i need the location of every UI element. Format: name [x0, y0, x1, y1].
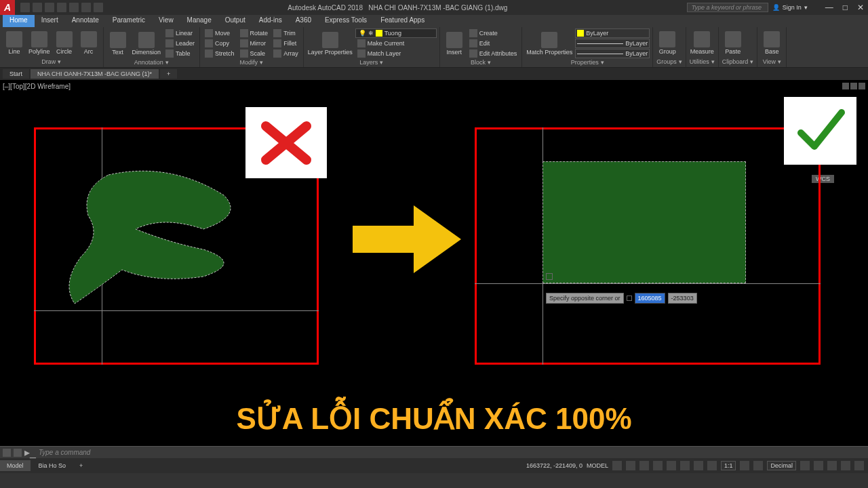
lwt-toggle-icon[interactable]: [694, 461, 703, 470]
grid-toggle-icon[interactable]: [612, 461, 622, 470]
panel-modify-title[interactable]: Modify▾: [203, 58, 300, 66]
array-button[interactable]: Array: [271, 49, 300, 58]
trim-button[interactable]: Trim: [271, 28, 300, 38]
otrack-toggle-icon[interactable]: [680, 461, 690, 470]
panel-layers-title[interactable]: Layers▾: [307, 58, 437, 66]
tab-featured[interactable]: Featured Apps: [374, 15, 431, 27]
panel-block-title[interactable]: Block▾: [443, 58, 519, 66]
arc-button[interactable]: Arc: [77, 30, 100, 56]
annoscale-icon[interactable]: [740, 461, 749, 470]
base-button[interactable]: Base: [760, 30, 783, 56]
cmd-close-icon[interactable]: [3, 449, 11, 457]
panel-view-title[interactable]: View▾: [760, 58, 783, 66]
qat-save-icon[interactable]: [45, 3, 54, 12]
stretch-button[interactable]: Stretch: [203, 49, 237, 58]
match-layer-button[interactable]: Match Layer: [355, 49, 437, 58]
drawing-viewport[interactable]: [–][Top][2D Wireframe] WCS Specify oppos…: [0, 80, 868, 446]
maximize-button[interactable]: □: [843, 3, 848, 12]
scale-dropdown[interactable]: 1:1: [721, 461, 736, 470]
panel-groups-title[interactable]: Groups▾: [656, 58, 683, 66]
rotate-button[interactable]: Rotate: [238, 28, 271, 38]
workspace-icon[interactable]: [753, 461, 763, 470]
scale-button[interactable]: Scale: [238, 49, 271, 58]
polar-toggle-icon[interactable]: [653, 461, 663, 470]
qat-undo-icon[interactable]: [81, 3, 91, 12]
coords-readout[interactable]: 1663722, -221409, 0: [526, 462, 583, 469]
dimension-button[interactable]: Dimension: [131, 30, 163, 57]
tab-addins[interactable]: Add-ins: [252, 15, 289, 27]
copy-button[interactable]: Copy: [203, 39, 237, 48]
panel-utilities-title[interactable]: Utilities▾: [689, 58, 715, 66]
color-dropdown[interactable]: ByLayer: [575, 28, 650, 38]
measure-button[interactable]: Measure: [689, 30, 715, 56]
file-tab[interactable]: NHA CHI OANH-7X13M -BAC GIANG (1)*: [31, 69, 159, 79]
tab-manage[interactable]: Manage: [180, 15, 218, 27]
match-properties-button[interactable]: Match Properties: [525, 30, 574, 57]
move-button[interactable]: Move: [203, 28, 237, 38]
tab-view[interactable]: View: [152, 15, 180, 27]
command-input[interactable]: Type a command: [39, 449, 865, 456]
snap-toggle-icon[interactable]: [626, 461, 635, 470]
close-button[interactable]: ✕: [857, 3, 864, 12]
group-button[interactable]: Group: [656, 30, 679, 56]
line-button[interactable]: Line: [3, 30, 26, 56]
add-layout-button[interactable]: +: [73, 460, 90, 471]
text-button[interactable]: Text: [106, 30, 130, 57]
tab-output[interactable]: Output: [218, 15, 252, 27]
units-dropdown[interactable]: Decimal: [767, 461, 796, 470]
qat-new-icon[interactable]: [20, 3, 30, 12]
polyline-button[interactable]: Polyline: [27, 30, 52, 56]
quickprops-icon[interactable]: [800, 461, 810, 470]
layer-properties-button[interactable]: Layer Properties: [307, 30, 354, 57]
linetype-dropdown[interactable]: ByLayer: [575, 49, 650, 58]
tab-parametric[interactable]: Parametric: [106, 15, 152, 27]
isolate-icon[interactable]: [814, 461, 823, 470]
tab-express[interactable]: Express Tools: [318, 15, 374, 27]
qat-redo-icon[interactable]: [94, 3, 103, 12]
vp-min-icon[interactable]: [842, 83, 849, 89]
table-button[interactable]: Table: [163, 49, 197, 58]
new-tab-button[interactable]: +: [160, 69, 177, 79]
layout-tab[interactable]: Bia Ho So: [32, 460, 73, 471]
help-search-input[interactable]: Type a keyword or phrase: [687, 3, 768, 12]
sign-in-button[interactable]: 👤Sign In▾: [772, 4, 808, 11]
panel-clipboard-title[interactable]: Clipboard▾: [722, 58, 755, 66]
dyn-dropdown-icon[interactable]: [627, 296, 632, 301]
dyn-y-input[interactable]: -253303: [668, 293, 697, 304]
qat-saveas-icon[interactable]: [57, 3, 66, 12]
circle-button[interactable]: Circle: [53, 30, 76, 56]
customize-icon[interactable]: [854, 461, 864, 470]
ortho-toggle-icon[interactable]: [639, 461, 649, 470]
insert-button[interactable]: Insert: [443, 30, 466, 57]
app-logo[interactable]: A: [0, 0, 15, 15]
cleanscreen-icon[interactable]: [841, 461, 850, 470]
tab-a360[interactable]: A360: [289, 15, 318, 27]
command-line[interactable]: ▸_ Type a command: [0, 446, 868, 458]
model-tab[interactable]: Model: [0, 460, 31, 471]
panel-annotation-title[interactable]: Annotation▾: [106, 58, 197, 66]
tab-annotate[interactable]: Annotate: [65, 15, 106, 27]
qat-plot-icon[interactable]: [69, 3, 79, 12]
tab-insert[interactable]: Insert: [35, 15, 65, 27]
start-tab[interactable]: Start: [3, 69, 29, 79]
lineweight-dropdown[interactable]: ByLayer: [575, 39, 650, 48]
edit-block-button[interactable]: Edit: [467, 39, 519, 48]
qat-open-icon[interactable]: [33, 3, 42, 12]
dyn-x-input[interactable]: 1605085: [635, 293, 665, 304]
mirror-button[interactable]: Mirror: [238, 39, 271, 48]
paste-button[interactable]: Paste: [722, 30, 745, 56]
minimize-button[interactable]: —: [825, 3, 833, 12]
model-space-button[interactable]: MODEL: [587, 462, 608, 469]
cmd-config-icon[interactable]: [14, 449, 22, 457]
tab-home[interactable]: Home: [3, 15, 35, 27]
hardware-accel-icon[interactable]: [827, 461, 837, 470]
vp-close-icon[interactable]: [859, 83, 865, 89]
viewport-label[interactable]: [–][Top][2D Wireframe]: [3, 83, 71, 90]
panel-properties-title[interactable]: Properties▾: [525, 58, 650, 66]
edit-attributes-button[interactable]: Edit Attributes: [467, 49, 519, 58]
linear-button[interactable]: Linear: [163, 28, 197, 38]
vp-max-icon[interactable]: [850, 83, 857, 89]
panel-draw-title[interactable]: Draw▾: [3, 58, 100, 66]
create-block-button[interactable]: Create: [467, 28, 519, 38]
osnap-toggle-icon[interactable]: [667, 461, 676, 470]
